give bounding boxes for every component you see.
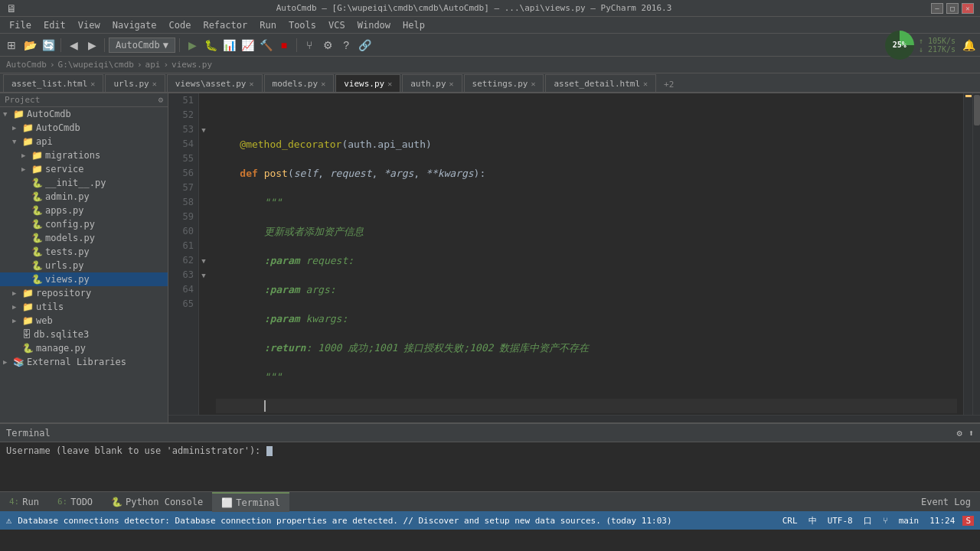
toolbar-sync[interactable]: 🔄 [40, 37, 57, 54]
tree-item-service[interactable]: ▶ 📁 service [0, 162, 168, 176]
menu-edit[interactable]: Edit [38, 18, 72, 32]
menu-navigate[interactable]: Navigate [106, 18, 163, 32]
tab-close-icon[interactable]: ✕ [321, 80, 325, 88]
toolbar-extra[interactable]: 🔗 [356, 37, 373, 54]
fold-54[interactable] [199, 108, 208, 122]
tab-models[interactable]: models.py ✕ [264, 74, 335, 92]
toolbar-vcs[interactable]: ⑂ [301, 37, 318, 54]
tab-close-icon[interactable]: ✕ [387, 80, 392, 88]
toolbar-back[interactable]: ◀ [65, 37, 82, 54]
tab-close-icon[interactable]: ✕ [152, 80, 157, 88]
tab-asset-detail[interactable]: asset_detail.html ✕ [545, 74, 656, 92]
vertical-scrollbar[interactable] [972, 93, 980, 415]
tree-item-init[interactable]: ▶ 🐍 __init__.py [0, 176, 168, 190]
tree-item-manage[interactable]: ▶ 🐍 manage.py [0, 341, 168, 355]
toolbar-forward[interactable]: ▶ [83, 37, 100, 54]
tree-item-autocmdb-root[interactable]: ▼ 📁 AutoCmdb [0, 107, 168, 121]
tree-item-config[interactable]: ▶ 🐍 config.py [0, 217, 168, 231]
fold-arrow-53[interactable]: ▼ [199, 122, 208, 137]
menu-view[interactable]: View [72, 18, 106, 32]
horizontal-scrollbar[interactable] [168, 415, 980, 422]
tree-item-tests[interactable]: ▶ 🐍 tests.py [0, 245, 168, 259]
menu-help[interactable]: Help [397, 18, 431, 32]
status-branch[interactable]: main [896, 516, 923, 526]
tab-views-asset[interactable]: views\asset.py ✕ [167, 74, 263, 92]
tab-urls[interactable]: urls.py ✕ [105, 74, 165, 92]
tab-close-icon[interactable]: ✕ [90, 80, 95, 88]
editor-area[interactable]: 51 52 53 54 55 56 57 58 59 60 61 62 63 6… [168, 93, 980, 422]
tab-close-icon[interactable]: ✕ [449, 80, 454, 88]
close-button[interactable]: ✕ [962, 3, 974, 14]
tree-item-web[interactable]: ▶ 📁 web [0, 314, 168, 328]
bottom-tab-todo[interactable]: 6: TODO [48, 492, 102, 512]
tab-views[interactable]: views.py ✕ [335, 74, 400, 92]
menu-refactor[interactable]: Refactor [197, 18, 253, 32]
code-editor[interactable]: @method_decorator(auth.api_auth) def pos… [210, 93, 963, 415]
tree-item-sqlite[interactable]: ▶ 🗄 db.sqlite3 [0, 328, 168, 341]
sidebar-settings-icon[interactable]: ⚙ [158, 95, 163, 105]
status-lang[interactable]: 中 [805, 515, 820, 527]
toolbar-coverage[interactable]: 📊 [220, 37, 237, 54]
tab-auth[interactable]: auth.py ✕ [402, 74, 462, 92]
menu-code[interactable]: Code [163, 18, 198, 32]
tree-item-models[interactable]: ▶ 🐍 models.py [0, 231, 168, 245]
terminal-maximize-icon[interactable]: ⬆ [969, 428, 974, 439]
breadcrumb-part4[interactable]: views.py [172, 60, 212, 70]
fold-arrow-63[interactable]: ▼ [199, 268, 208, 282]
bottom-tab-run[interactable]: 4: Run [0, 492, 48, 512]
tree-item-migrations[interactable]: ▶ 📁 migrations [0, 148, 168, 162]
breadcrumb-part2[interactable]: G:\wupeiqi\cmdb [58, 60, 134, 70]
menu-vcs[interactable]: VCS [322, 18, 351, 32]
tree-item-apps[interactable]: ▶ 🐍 apps.py [0, 204, 168, 217]
terminal-settings-icon[interactable]: ⚙ [957, 428, 962, 439]
fold-53[interactable] [199, 93, 208, 108]
toolbar-stop[interactable]: ■ [276, 37, 292, 54]
status-icon-2[interactable]: S [962, 516, 974, 526]
tab-more[interactable]: +2 [658, 77, 680, 92]
bottom-tab-python-console[interactable]: 🐍 Python Console [102, 492, 212, 512]
status-icon-1[interactable]: 口 [861, 515, 875, 527]
tree-item-external[interactable]: ▶ 📚 External Libraries [0, 355, 168, 369]
status-time[interactable]: 11:24 [926, 516, 958, 526]
toolbar-project[interactable]: ⊞ [3, 37, 20, 54]
tree-item-autocmdb[interactable]: ▶ 📁 AutoCmdb [0, 121, 168, 135]
tab-close-icon[interactable]: ✕ [531, 80, 535, 88]
tree-item-utils[interactable]: ▶ 📁 utils [0, 300, 168, 314]
toolbar-help[interactable]: ? [338, 37, 354, 54]
toolbar-profile[interactable]: 📈 [239, 37, 256, 54]
tree-item-api[interactable]: ▼ 📁 api [0, 135, 168, 148]
event-log-button[interactable]: Event Log [912, 494, 980, 510]
toolbar-debug[interactable]: 🐛 [202, 37, 219, 54]
breadcrumb-part3[interactable]: api [145, 60, 161, 70]
tree-item-admin[interactable]: ▶ 🐍 admin.py [0, 190, 168, 204]
terminal-content[interactable]: Username (leave blank to use 'administra… [0, 442, 980, 491]
toolbar-build[interactable]: 🔨 [257, 37, 274, 54]
menu-tools[interactable]: Tools [283, 18, 322, 32]
tab-asset-list[interactable]: asset_list.html ✕ [3, 74, 103, 92]
scroll-thumb[interactable] [974, 95, 980, 126]
cpu-usage[interactable]: 25% [885, 31, 914, 60]
menu-window[interactable]: Window [351, 18, 397, 32]
tab-close-icon[interactable]: ✕ [249, 80, 253, 88]
tree-item-urls[interactable]: ▶ 🐍 urls.py [0, 259, 168, 272]
tree-item-views[interactable]: ▶ 🐍 views.py [0, 272, 168, 286]
status-crl[interactable]: CRL [779, 516, 801, 526]
bottom-tab-terminal[interactable]: ⬜ Terminal [212, 492, 289, 512]
toolbar-open[interactable]: 📂 [21, 37, 38, 54]
menu-run[interactable]: Run [253, 18, 283, 32]
toolbar-settings[interactable]: ⚙ [319, 37, 336, 54]
tree-item-repository[interactable]: ▶ 📁 repository [0, 286, 168, 300]
titlebar: 🖥 AutoCmdb – [G:\wupeiqi\cmdb\cmdb\AutoC… [0, 0, 980, 17]
minimize-button[interactable]: — [931, 3, 943, 14]
status-encoding[interactable]: UTF-8 [825, 516, 856, 526]
toolbar-notification[interactable]: 🔔 [960, 37, 977, 54]
breadcrumb-part1[interactable]: AutoCmdb [6, 60, 47, 70]
project-dropdown[interactable]: AutoCmdb ▼ [109, 37, 175, 53]
status-vcs-icon[interactable]: ⑂ [880, 516, 891, 526]
fold-arrow-62[interactable]: ▼ [199, 253, 208, 268]
tab-settings[interactable]: settings.py ✕ [464, 74, 544, 92]
maximize-button[interactable]: □ [946, 3, 959, 14]
toolbar-run[interactable]: ▶ [184, 37, 201, 54]
menu-file[interactable]: File [3, 18, 38, 32]
tab-close-icon[interactable]: ✕ [643, 80, 648, 88]
